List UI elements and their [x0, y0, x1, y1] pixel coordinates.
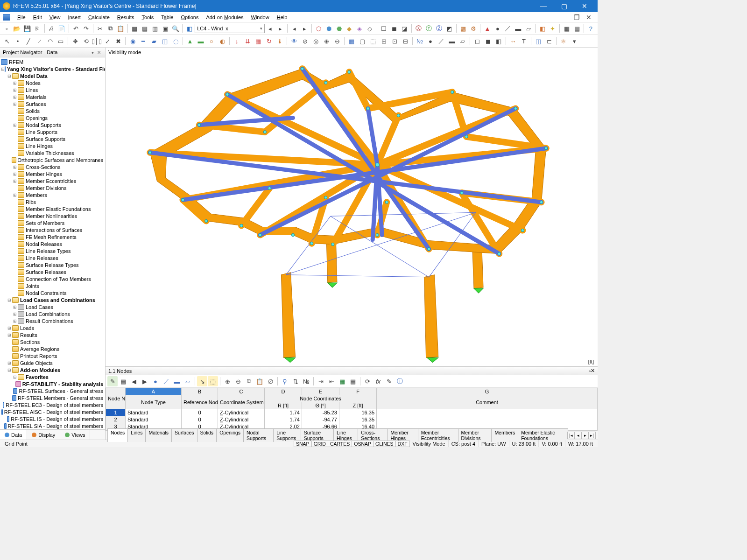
hdr-refnode[interactable]: Reference Node [182, 395, 218, 409]
sel-cross[interactable]: ⊞ [379, 36, 389, 46]
tree-item[interactable]: Member Nonlinearities [1, 212, 105, 219]
rotate-tool[interactable]: ⟲ [81, 36, 91, 46]
display-wire[interactable]: ☐ [379, 23, 389, 34]
views-button[interactable]: ▥ [150, 23, 160, 34]
results-m[interactable]: ⬣ [334, 23, 344, 34]
rect-tool[interactable]: ▭ [56, 36, 66, 46]
col-letter-f[interactable]: F [339, 388, 377, 395]
menu-options[interactable]: Options [177, 13, 202, 21]
cmd-button[interactable]: ▤ [572, 23, 582, 34]
sel-none[interactable]: ▢ [357, 36, 367, 46]
load-mom[interactable]: ↻ [264, 36, 274, 46]
tree-item[interactable]: ⊞Load Cases [1, 303, 105, 310]
vis-inv[interactable]: ⊖ [332, 36, 342, 46]
hdr-cs[interactable]: Coordinate System [218, 395, 265, 409]
tt-export[interactable]: ⇤ [326, 376, 337, 386]
menu-results[interactable]: Results [114, 13, 138, 21]
mdi-close[interactable]: ✕ [583, 13, 595, 22]
ecc-tool[interactable]: ◐ [217, 36, 227, 46]
tree-favorites[interactable]: ⊟Favorites [1, 373, 105, 380]
tt-edit[interactable]: ✎ [107, 376, 118, 386]
vis-all[interactable]: ⊕ [321, 36, 331, 46]
tt-lines[interactable]: ／ [161, 376, 171, 386]
tt-find[interactable]: ⚲ [280, 376, 290, 386]
point-button[interactable]: • [13, 36, 23, 46]
tt-clear[interactable]: ∅ [265, 376, 275, 386]
view-iso[interactable]: ◩ [444, 23, 454, 34]
filter-surf[interactable]: ▱ [523, 23, 533, 34]
tree-item[interactable]: ⊞Nodes [1, 79, 105, 86]
arc-tool[interactable]: ◠ [45, 36, 55, 46]
vis-iso[interactable]: ◎ [310, 36, 321, 46]
vis-hide[interactable]: ⊘ [300, 36, 310, 46]
tt-import[interactable]: ⇥ [316, 376, 326, 386]
new-button[interactable]: ▫ [2, 23, 12, 34]
tree-root[interactable]: RFEM [1, 58, 105, 65]
hdr-r[interactable]: R [ft] [265, 402, 302, 409]
results-v[interactable]: ◆ [345, 23, 354, 34]
tree-item[interactable]: ⊞Lines [1, 86, 105, 93]
table-tab[interactable]: Openings [216, 428, 244, 442]
lc-next[interactable]: ▸ [275, 23, 285, 34]
zoom-button[interactable]: 🔍 [170, 23, 180, 34]
filter-sup[interactable]: ▲ [482, 23, 492, 34]
paste-button[interactable]: 📋 [116, 23, 126, 34]
tree-item[interactable]: Nodal Constraints [1, 289, 105, 296]
surf-tool[interactable]: ▰ [149, 36, 159, 46]
table-row[interactable]: 2Standard0Z-Cylindrical1.74-94.7716.35 [106, 416, 598, 423]
tree-item[interactable]: ⊞Surfaces [1, 100, 105, 107]
results-sig[interactable]: ◈ [355, 23, 365, 34]
tree-item[interactable]: ⊞Member Eccentricities [1, 177, 105, 184]
hdr-comment[interactable]: Comment [377, 395, 598, 409]
tt-del[interactable]: ⊖ [233, 376, 243, 386]
tt-paste[interactable]: 📋 [254, 376, 265, 386]
vis-show[interactable]: 👁 [289, 36, 299, 46]
undo-button[interactable]: ↶ [71, 23, 81, 34]
tree-favorite[interactable]: RF-STEEL EC3 - Design of steel members [1, 401, 105, 408]
tree-item[interactable]: Member Elastic Foundations [1, 205, 105, 212]
tt-csv[interactable]: ▤ [348, 376, 358, 386]
module-btn[interactable]: ⚛ [558, 36, 569, 46]
tree-model-data[interactable]: ⊟Model Data [1, 72, 105, 79]
tree-item[interactable]: Openings [1, 114, 105, 121]
report-button[interactable]: 📄 [57, 23, 67, 34]
menu-addon[interactable]: Add-on Modules [203, 13, 247, 21]
nav-tab-data[interactable]: Data [0, 430, 27, 440]
menu-file[interactable]: File [14, 13, 29, 21]
menu-calculate[interactable]: Calculate [85, 13, 113, 21]
tab-prev[interactable]: ◂ [574, 432, 582, 439]
saveall-button[interactable]: ⎘ [33, 23, 42, 34]
sup-node-tool[interactable]: ▲ [185, 36, 195, 46]
tt-info[interactable]: ⓘ [395, 376, 405, 386]
menu-table[interactable]: Table [158, 13, 176, 21]
nav-fwd[interactable]: ▸ [300, 23, 310, 34]
opening-tool[interactable]: ◌ [170, 36, 181, 46]
tree-item[interactable]: Printout Reports [1, 352, 105, 359]
tree-favorite[interactable]: RF-STEEL SIA - Design of steel members [1, 422, 105, 429]
print-button[interactable]: 🖨 [47, 23, 56, 34]
tree-favorite[interactable]: RF-STEEL IS - Design of steel members [1, 415, 105, 422]
grid-button[interactable]: ▤ [140, 23, 149, 34]
model-viewport[interactable]: Visibility mode [ft] [106, 48, 598, 366]
status-toggle[interactable]: CARTES [328, 441, 352, 447]
table-close[interactable]: ✕ [591, 368, 595, 374]
hinge-tool[interactable]: ○ [206, 36, 217, 46]
table-tab[interactable]: Nodal Supports [243, 428, 274, 442]
text-tool[interactable]: T [519, 36, 529, 46]
loadcase-combo[interactable]: LC4 - Wind_x [195, 24, 265, 33]
col-letter-e[interactable]: E [302, 388, 339, 395]
copy-button[interactable]: ⧉ [106, 23, 115, 34]
tree-item[interactable]: Ribs [1, 198, 105, 205]
tab-last[interactable]: ▸| [588, 432, 596, 439]
scale-tool[interactable]: ⤢ [102, 36, 113, 46]
load-node[interactable]: ↓ [232, 36, 242, 46]
tree-item[interactable]: Surface Releases [1, 268, 105, 275]
tree-item[interactable]: Solids [1, 107, 105, 114]
sel-special[interactable]: ⊡ [389, 36, 400, 46]
lc-prev[interactable]: ◂ [265, 23, 275, 34]
view-z[interactable]: Ⓩ [434, 23, 444, 34]
linemember-tool[interactable]: ━ [138, 36, 148, 46]
status-toggle[interactable]: GLINES [373, 441, 396, 447]
solid-tool[interactable]: ◫ [160, 36, 170, 46]
results-n[interactable]: ⬢ [324, 23, 334, 34]
